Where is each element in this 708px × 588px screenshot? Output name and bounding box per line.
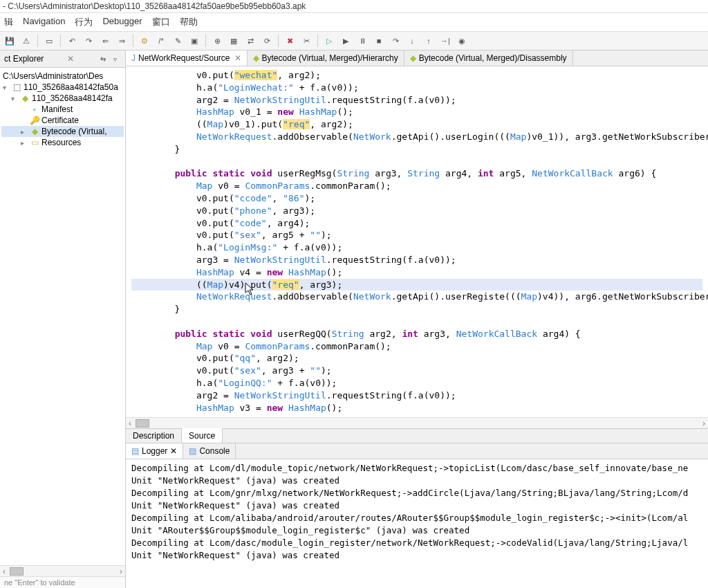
step-over-icon[interactable]: ↷ [389, 34, 402, 48]
toolbar: 💾 ⚠ ▭ ↶ ↷ ⇐ ⇒ ⚙ /* ✎ ▣ ⊕ ▦ ⇄ ⟳ ✖ ✂ ▷ ▶ ⏸… [0, 32, 708, 50]
tree-root-path: C:\Users\Administrator\Des [1, 71, 124, 82]
logger-icon: ▤ [131, 446, 139, 456]
menu-navigation[interactable]: Navigation [23, 16, 65, 28]
sidebar-scrollbar[interactable]: ‹› [0, 565, 125, 576]
editor-hscroll[interactable]: ‹› [126, 417, 708, 428]
menu-debugger[interactable]: Debugger [102, 16, 142, 28]
close-icon[interactable]: ✕ [170, 446, 177, 456]
target-icon[interactable]: ⊕ [210, 34, 224, 48]
console-panel: ▤ Logger ✕ ▤ Console Decompiling at Lcom… [126, 443, 708, 588]
menu-help[interactable]: 帮助 [180, 16, 198, 28]
link-icon[interactable]: ⇄ [243, 34, 257, 48]
play-icon[interactable]: ▶ [339, 34, 353, 48]
highlight-icon[interactable]: ✎ [171, 34, 185, 48]
cancel-icon[interactable]: ✖ [283, 34, 297, 48]
tree-certificate[interactable]: 🔑Certificate [1, 115, 124, 126]
gears-icon[interactable]: ⚙ [138, 34, 151, 48]
menu-behavior[interactable]: 行为 [75, 16, 93, 28]
cut-icon[interactable]: ✂ [299, 34, 313, 48]
tab-description[interactable]: Description [126, 429, 182, 443]
java-icon: J [131, 53, 136, 63]
tab-console[interactable]: ▤ Console [183, 443, 236, 459]
tree-manifest[interactable]: ▫Manifest [1, 104, 124, 115]
tree-node-apk[interactable]: ▾◆110_35268aa48142fa [1, 93, 124, 104]
project-explorer-panel: ct Explorer ✕ ⇆ ▿ C:\Users\Administrator… [0, 50, 126, 588]
close-icon[interactable]: ✕ [67, 54, 74, 64]
step-into-icon[interactable]: ↓ [405, 34, 419, 48]
tab-logger[interactable]: ▤ Logger ✕ [126, 443, 183, 459]
menu-window[interactable]: 窗口 [152, 16, 170, 28]
stop-icon[interactable]: ■ [372, 34, 386, 48]
editor-tabs: J NetWorkRequest/Source ✕ ◆ Bytecode (Vi… [126, 50, 708, 66]
menu-bar: 辑 Navigation 行为 Debugger 窗口 帮助 [0, 13, 708, 32]
tree-bytecode[interactable]: ▸◆Bytecode (Virtual, [1, 126, 124, 137]
status-hint: ne "Enter" to validate [0, 576, 125, 588]
refresh-icon[interactable]: ⟳ [260, 34, 274, 48]
new-window-icon[interactable]: ▭ [42, 34, 56, 48]
project-tree[interactable]: C:\Users\Administrator\Des ▾⬚110_35268aa… [0, 68, 125, 320]
console-icon: ▤ [189, 446, 196, 456]
tab-hierarchy[interactable]: ◆ Bytecode (Virtual, Merged)/Hierarchy [248, 50, 404, 66]
tree-menu-icon[interactable]: ▿ [110, 53, 121, 64]
grid-icon[interactable]: ▦ [227, 34, 241, 48]
window-title: - C:\Users\Administrator\Desktop\110_352… [0, 0, 708, 13]
breakpoint-icon[interactable]: ◉ [455, 34, 469, 48]
tab-source[interactable]: Source [182, 428, 223, 443]
warning-icon[interactable]: ⚠ [19, 34, 33, 48]
debug-run-icon[interactable]: ▷ [322, 34, 336, 48]
android-icon: ◆ [253, 53, 259, 63]
comment-icon[interactable]: /* [154, 34, 168, 48]
undo-icon[interactable]: ↶ [65, 34, 79, 48]
step-out-icon[interactable]: ↑ [422, 34, 436, 48]
box-icon[interactable]: ▣ [187, 34, 201, 48]
back-icon[interactable]: ⇐ [98, 34, 112, 48]
tree-root[interactable]: ▾⬚110_35268aa48142fa50a [1, 82, 124, 93]
android-icon: ◆ [410, 53, 416, 63]
redo-icon[interactable]: ↷ [82, 34, 95, 48]
link-with-editor-icon[interactable]: ⇆ [97, 53, 109, 64]
code-editor[interactable]: v0.put("wechat", arg2); h.a("LoginWechat… [126, 66, 708, 417]
editor-bottom-tabs: Description Source [126, 428, 708, 443]
close-icon[interactable]: ✕ [234, 53, 241, 63]
tab-networkrequest[interactable]: J NetWorkRequest/Source ✕ [126, 50, 248, 66]
forward-icon[interactable]: ⇒ [115, 34, 129, 48]
save-icon[interactable]: 💾 [3, 34, 17, 48]
tab-disassembly[interactable]: ◆ Bytecode (Virtual, Merged)/Disassembly [404, 50, 573, 66]
menu-edit[interactable]: 辑 [4, 16, 13, 28]
logger-output[interactable]: Decompiling at Lcom/dl/module_topic/netw… [126, 459, 708, 588]
explorer-tab[interactable]: ct Explorer ✕ ⇆ ▿ [0, 50, 125, 68]
run-to-icon[interactable]: →| [438, 34, 452, 48]
tree-resources[interactable]: ▸▭Resources [1, 137, 124, 148]
pause-icon[interactable]: ⏸ [355, 34, 369, 48]
